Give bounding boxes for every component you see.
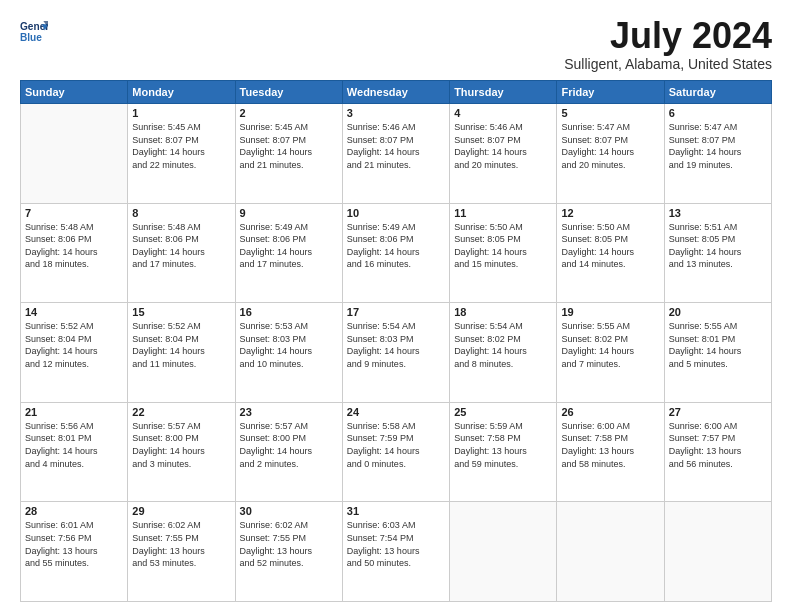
calendar-cell: 30Sunrise: 6:02 AM Sunset: 7:55 PM Dayli… [235, 502, 342, 602]
calendar-cell: 18Sunrise: 5:54 AM Sunset: 8:02 PM Dayli… [450, 303, 557, 403]
day-number: 12 [561, 207, 659, 219]
calendar-cell: 24Sunrise: 5:58 AM Sunset: 7:59 PM Dayli… [342, 402, 449, 502]
calendar-cell: 14Sunrise: 5:52 AM Sunset: 8:04 PM Dayli… [21, 303, 128, 403]
calendar-cell: 1Sunrise: 5:45 AM Sunset: 8:07 PM Daylig… [128, 104, 235, 204]
day-number: 11 [454, 207, 552, 219]
day-info: Sunrise: 5:58 AM Sunset: 7:59 PM Dayligh… [347, 420, 445, 470]
calendar-week-row: 14Sunrise: 5:52 AM Sunset: 8:04 PM Dayli… [21, 303, 772, 403]
calendar-cell: 23Sunrise: 5:57 AM Sunset: 8:00 PM Dayli… [235, 402, 342, 502]
day-number: 28 [25, 505, 123, 517]
calendar-cell: 25Sunrise: 5:59 AM Sunset: 7:58 PM Dayli… [450, 402, 557, 502]
day-info: Sunrise: 6:02 AM Sunset: 7:55 PM Dayligh… [240, 519, 338, 569]
day-info: Sunrise: 5:54 AM Sunset: 8:03 PM Dayligh… [347, 320, 445, 370]
calendar-cell: 27Sunrise: 6:00 AM Sunset: 7:57 PM Dayli… [664, 402, 771, 502]
title-block: July 2024 Sulligent, Alabama, United Sta… [564, 18, 772, 72]
day-info: Sunrise: 5:50 AM Sunset: 8:05 PM Dayligh… [561, 221, 659, 271]
header: General Blue July 2024 Sulligent, Alabam… [20, 18, 772, 72]
calendar-header-thursday: Thursday [450, 81, 557, 104]
page: General Blue July 2024 Sulligent, Alabam… [0, 0, 792, 612]
day-info: Sunrise: 5:55 AM Sunset: 8:01 PM Dayligh… [669, 320, 767, 370]
day-number: 10 [347, 207, 445, 219]
calendar-cell: 7Sunrise: 5:48 AM Sunset: 8:06 PM Daylig… [21, 203, 128, 303]
day-info: Sunrise: 5:50 AM Sunset: 8:05 PM Dayligh… [454, 221, 552, 271]
calendar-cell: 10Sunrise: 5:49 AM Sunset: 8:06 PM Dayli… [342, 203, 449, 303]
day-info: Sunrise: 5:54 AM Sunset: 8:02 PM Dayligh… [454, 320, 552, 370]
day-number: 16 [240, 306, 338, 318]
month-title: July 2024 [564, 18, 772, 54]
calendar-header-sunday: Sunday [21, 81, 128, 104]
day-info: Sunrise: 5:52 AM Sunset: 8:04 PM Dayligh… [132, 320, 230, 370]
calendar-header-tuesday: Tuesday [235, 81, 342, 104]
day-info: Sunrise: 5:57 AM Sunset: 8:00 PM Dayligh… [132, 420, 230, 470]
day-number: 4 [454, 107, 552, 119]
day-number: 9 [240, 207, 338, 219]
day-number: 23 [240, 406, 338, 418]
calendar-cell: 8Sunrise: 5:48 AM Sunset: 8:06 PM Daylig… [128, 203, 235, 303]
calendar-week-row: 1Sunrise: 5:45 AM Sunset: 8:07 PM Daylig… [21, 104, 772, 204]
day-info: Sunrise: 5:57 AM Sunset: 8:00 PM Dayligh… [240, 420, 338, 470]
calendar-cell: 9Sunrise: 5:49 AM Sunset: 8:06 PM Daylig… [235, 203, 342, 303]
day-info: Sunrise: 5:59 AM Sunset: 7:58 PM Dayligh… [454, 420, 552, 470]
calendar-header-wednesday: Wednesday [342, 81, 449, 104]
day-info: Sunrise: 5:55 AM Sunset: 8:02 PM Dayligh… [561, 320, 659, 370]
day-info: Sunrise: 6:01 AM Sunset: 7:56 PM Dayligh… [25, 519, 123, 569]
day-number: 1 [132, 107, 230, 119]
day-number: 25 [454, 406, 552, 418]
day-number: 14 [25, 306, 123, 318]
day-info: Sunrise: 5:45 AM Sunset: 8:07 PM Dayligh… [240, 121, 338, 171]
day-number: 20 [669, 306, 767, 318]
day-info: Sunrise: 5:45 AM Sunset: 8:07 PM Dayligh… [132, 121, 230, 171]
day-number: 27 [669, 406, 767, 418]
calendar: SundayMondayTuesdayWednesdayThursdayFrid… [20, 80, 772, 602]
calendar-header-monday: Monday [128, 81, 235, 104]
calendar-cell: 20Sunrise: 5:55 AM Sunset: 8:01 PM Dayli… [664, 303, 771, 403]
calendar-cell [21, 104, 128, 204]
calendar-cell [557, 502, 664, 602]
calendar-cell: 3Sunrise: 5:46 AM Sunset: 8:07 PM Daylig… [342, 104, 449, 204]
day-number: 2 [240, 107, 338, 119]
day-info: Sunrise: 6:02 AM Sunset: 7:55 PM Dayligh… [132, 519, 230, 569]
calendar-week-row: 7Sunrise: 5:48 AM Sunset: 8:06 PM Daylig… [21, 203, 772, 303]
calendar-cell [664, 502, 771, 602]
day-info: Sunrise: 5:56 AM Sunset: 8:01 PM Dayligh… [25, 420, 123, 470]
day-number: 8 [132, 207, 230, 219]
calendar-header-row: SundayMondayTuesdayWednesdayThursdayFrid… [21, 81, 772, 104]
calendar-cell: 28Sunrise: 6:01 AM Sunset: 7:56 PM Dayli… [21, 502, 128, 602]
calendar-week-row: 28Sunrise: 6:01 AM Sunset: 7:56 PM Dayli… [21, 502, 772, 602]
calendar-header-friday: Friday [557, 81, 664, 104]
day-number: 5 [561, 107, 659, 119]
calendar-cell: 29Sunrise: 6:02 AM Sunset: 7:55 PM Dayli… [128, 502, 235, 602]
calendar-cell: 26Sunrise: 6:00 AM Sunset: 7:58 PM Dayli… [557, 402, 664, 502]
day-number: 31 [347, 505, 445, 517]
day-number: 3 [347, 107, 445, 119]
day-number: 24 [347, 406, 445, 418]
calendar-cell: 12Sunrise: 5:50 AM Sunset: 8:05 PM Dayli… [557, 203, 664, 303]
day-info: Sunrise: 5:48 AM Sunset: 8:06 PM Dayligh… [25, 221, 123, 271]
day-info: Sunrise: 5:49 AM Sunset: 8:06 PM Dayligh… [240, 221, 338, 271]
calendar-cell: 6Sunrise: 5:47 AM Sunset: 8:07 PM Daylig… [664, 104, 771, 204]
day-info: Sunrise: 5:52 AM Sunset: 8:04 PM Dayligh… [25, 320, 123, 370]
day-info: Sunrise: 5:46 AM Sunset: 8:07 PM Dayligh… [454, 121, 552, 171]
calendar-cell [450, 502, 557, 602]
day-number: 15 [132, 306, 230, 318]
calendar-cell: 16Sunrise: 5:53 AM Sunset: 8:03 PM Dayli… [235, 303, 342, 403]
calendar-cell: 2Sunrise: 5:45 AM Sunset: 8:07 PM Daylig… [235, 104, 342, 204]
day-info: Sunrise: 6:00 AM Sunset: 7:58 PM Dayligh… [561, 420, 659, 470]
day-info: Sunrise: 6:00 AM Sunset: 7:57 PM Dayligh… [669, 420, 767, 470]
day-number: 21 [25, 406, 123, 418]
day-number: 29 [132, 505, 230, 517]
day-info: Sunrise: 5:47 AM Sunset: 8:07 PM Dayligh… [669, 121, 767, 171]
day-number: 19 [561, 306, 659, 318]
calendar-cell: 22Sunrise: 5:57 AM Sunset: 8:00 PM Dayli… [128, 402, 235, 502]
calendar-cell: 4Sunrise: 5:46 AM Sunset: 8:07 PM Daylig… [450, 104, 557, 204]
svg-text:Blue: Blue [20, 32, 42, 43]
logo: General Blue [20, 18, 48, 46]
day-number: 17 [347, 306, 445, 318]
day-info: Sunrise: 6:03 AM Sunset: 7:54 PM Dayligh… [347, 519, 445, 569]
calendar-cell: 5Sunrise: 5:47 AM Sunset: 8:07 PM Daylig… [557, 104, 664, 204]
calendar-cell: 31Sunrise: 6:03 AM Sunset: 7:54 PM Dayli… [342, 502, 449, 602]
calendar-cell: 11Sunrise: 5:50 AM Sunset: 8:05 PM Dayli… [450, 203, 557, 303]
day-info: Sunrise: 5:53 AM Sunset: 8:03 PM Dayligh… [240, 320, 338, 370]
day-info: Sunrise: 5:46 AM Sunset: 8:07 PM Dayligh… [347, 121, 445, 171]
day-info: Sunrise: 5:48 AM Sunset: 8:06 PM Dayligh… [132, 221, 230, 271]
